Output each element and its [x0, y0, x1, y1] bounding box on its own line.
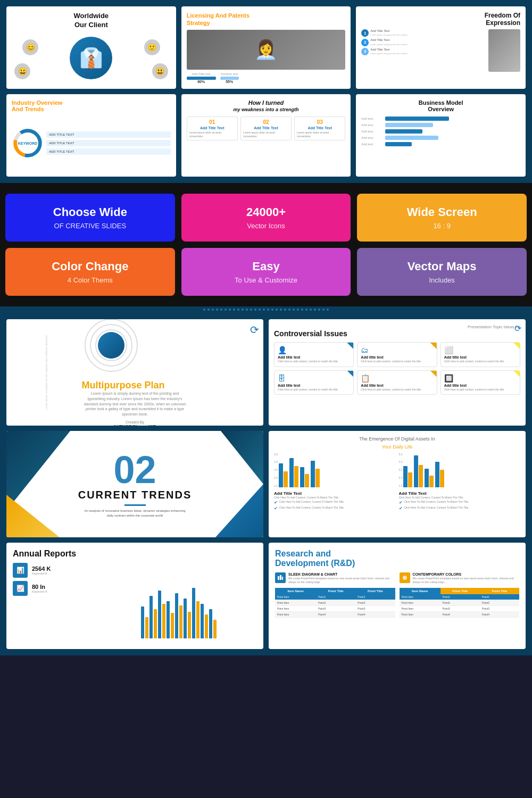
ct-title: Controversial Issues [274, 329, 520, 338]
td-2-2: Point2 [316, 600, 355, 606]
ct-card-title-4: Add title text [278, 384, 350, 387]
td-1-3: Point1 [355, 594, 395, 600]
badge-24000-sub: Vector Icons [247, 222, 285, 230]
td2-2-2: Point2 [440, 600, 480, 606]
bar-group-5 [403, 466, 412, 487]
slide-worldwide[interactable]: Worldwide Our Client 👔 😊 🙂 😀 😃 [6, 6, 176, 89]
td-3-3: Point3 [355, 606, 395, 612]
ct-card-grid: 👤 Add title text Click here to add conte… [274, 342, 520, 395]
ar-bar-10 [179, 605, 182, 638]
ct-icon-6: 🔲 [444, 374, 517, 383]
bar-gold-6 [419, 465, 423, 487]
industry-item-1: ADD TITLE TEXT [46, 131, 171, 138]
ct-card-title-2: Add title text [361, 355, 433, 359]
td-1-1: Point Item [275, 594, 316, 600]
person-icon: 👔 [79, 47, 103, 69]
stat-num-2: 80 In [32, 584, 47, 590]
rd-table-1: Item Name Point Title Point Title Point … [275, 588, 395, 618]
badge-colorchange-title: Color Change [52, 260, 128, 273]
ct-card-text-5: Click here to add content, content to ma… [361, 388, 433, 392]
badge-easy-sub: To Use & Customize [235, 276, 297, 284]
bottom-slide-grid: Lorem Ipsum available but the majority h… [0, 313, 532, 655]
bar-blue-3 [300, 467, 304, 487]
bar-gold-3 [305, 474, 309, 487]
ct-card-4: 🗄 Add title text Click here to add conte… [274, 370, 354, 395]
td2-2-3: Point2 [480, 600, 519, 606]
bar-group-8 [435, 462, 444, 487]
slide-freedom[interactable]: Freedom Of Expression 1 Add Title TextLo… [356, 6, 526, 89]
td-3-2: Point3 [316, 606, 355, 612]
industry-side-items: ADD TITLE TEXT ADD TITLE TEXT ADD TITLE … [46, 131, 171, 155]
ar-bar-15 [201, 604, 204, 638]
bar-blue-6 [414, 455, 418, 487]
td-3-1: Point Item [275, 606, 316, 612]
circle-diagram [82, 319, 140, 375]
slide-industry[interactable]: Industry Overview And Trends KEYWORD ADD… [6, 94, 176, 177]
slide-research-dev[interactable]: Research and Development (R&D) SLEEK DIA… [269, 543, 526, 649]
bar-gold-1 [284, 471, 288, 487]
slide-freedom-title: Freedom Of Expression [361, 12, 520, 27]
td-4-2: Point4 [316, 612, 355, 618]
bar-blue-7 [425, 469, 429, 487]
rd-title: Research and Development (R&D) [275, 549, 519, 568]
slide-freedom-content: 1 Add Title TextLorem ipsum text goes he… [361, 29, 520, 84]
avatar-1: 😊 [22, 39, 38, 55]
shape-tl [6, 431, 70, 511]
ct-card-title-5: Add title text [361, 384, 433, 387]
badge-vectormaps-title: Vector Maps [408, 260, 477, 273]
business-bars: Add text Add text Add text Add text Add … [361, 117, 520, 146]
slide-licensing[interactable]: Licensing And Patents Strategy 👩‍💼 Add T… [181, 6, 351, 89]
slide-business[interactable]: Business Model Overview Add text Add tex… [356, 94, 526, 177]
bar-gold-4 [315, 469, 320, 487]
slide-current-trends[interactable]: 02 CURRENT TRENDS An analysis of innovat… [6, 431, 263, 537]
rd-badge-icon-1 [275, 572, 286, 583]
slide-digital-assets[interactable]: The Emergence Of Digital Assets In Your … [269, 431, 526, 537]
svg-rect-4 [280, 575, 281, 580]
ar-chart [141, 564, 258, 644]
freedom-item-1: 1 Add Title TextLorem ipsum text goes he… [361, 29, 486, 37]
ct-card-text-4: Click here to add content, content to ma… [278, 388, 350, 392]
svg-rect-3 [278, 576, 279, 580]
vert-text: Lorem Ipsum available but the majority h… [45, 335, 48, 409]
check-item-2: ✔ Click Here To Add Content, Content To … [274, 506, 396, 511]
ct-card-text-3: Click here to add content, content to ma… [444, 360, 517, 363]
rd-half-1: SLEEK DIAGRAM & CHART We create PowerPoi… [275, 572, 395, 618]
ct-card-text-1: Click here to add content, content to ma… [278, 360, 350, 363]
stat-label-1: Keyword 8 [32, 572, 51, 575]
logo-icon: ⟳ [250, 324, 259, 336]
bar-row-4: Add text [361, 136, 520, 140]
slide-industry-diagram: KEYWORD ADD TITLE TEXT ADD TITLE TEXT AD… [12, 115, 171, 171]
bar-group-4 [311, 461, 320, 487]
slide-annual-reports[interactable]: Annual Reports 📊 2564 K Keyword 8 📈 80 I… [6, 543, 263, 649]
shape-br [215, 484, 263, 537]
created-by-label: Created By [82, 420, 188, 424]
badge-24000: 24000+ Vector Icons [181, 194, 351, 242]
chart-area: 5.0 4.0 3.0 2.0 1.0 [274, 453, 520, 511]
slide-howIturned[interactable]: How I turned my weakness into a strength… [181, 94, 351, 177]
bar-gold-8 [440, 470, 444, 487]
badge-vectormaps-sub: Includes [429, 276, 454, 284]
stat-info-2: 80 In Keyword 9 [32, 584, 47, 593]
slide-controversial[interactable]: ⟳ Presentation Topic Ideas for Controver… [269, 319, 526, 426]
bar-gold-2 [294, 466, 298, 487]
ct-card-2: 🗂 Add title text Click here to add conte… [357, 342, 437, 367]
avatar-3: 😀 [14, 63, 30, 79]
bar-row-3: Add text [361, 129, 520, 134]
num-badge-1: 1 [361, 29, 369, 37]
td2-4-2: Point4 [440, 612, 480, 618]
td2-1-1: Point Item [400, 594, 440, 600]
slide-worldwide-title: Worldwide Our Client [74, 12, 109, 30]
trends-number: 02 [113, 451, 156, 489]
badge-choose-wide: Choose Wide OF CREATIVE SLIDES [5, 194, 175, 242]
y-axis-1: 5.0 4.0 3.0 2.0 1.0 [274, 453, 278, 487]
td-1-2: Point1 [316, 594, 355, 600]
ar-bar-13 [192, 588, 195, 638]
th-point2-2: Point Title [480, 588, 519, 594]
th-point1-1: Point Title [316, 588, 355, 594]
slide-multipurpose[interactable]: Lorem Ipsum available but the majority h… [6, 319, 263, 426]
dot-separator [0, 306, 532, 313]
stat-icon-2: 📈 [13, 581, 28, 596]
ar-bar-1 [141, 606, 144, 638]
ar-bar-5 [158, 591, 161, 638]
bar-blue-2 [289, 458, 294, 487]
